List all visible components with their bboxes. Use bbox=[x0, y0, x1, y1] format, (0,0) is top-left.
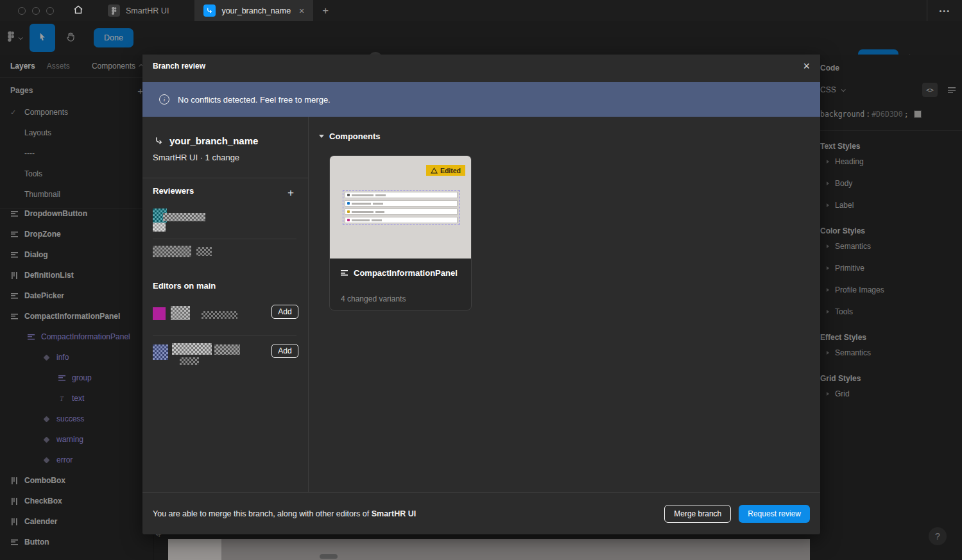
reviewer-name-redacted bbox=[153, 246, 191, 257]
divider bbox=[308, 117, 309, 492]
tab-label: SmartHR UI bbox=[126, 6, 169, 15]
request-review-button[interactable]: Request review bbox=[739, 505, 810, 523]
merge-permission-prefix: You are able to merge this branch, along… bbox=[153, 509, 372, 518]
variant-preview-row bbox=[345, 208, 458, 215]
figma-window: SmartHR UI your_branch_name × + ••• bbox=[0, 0, 962, 560]
reviewer-avatar-redacted bbox=[153, 223, 166, 232]
info-icon: i bbox=[159, 94, 169, 105]
branch-name: your_branch_name bbox=[169, 135, 258, 146]
edited-badge-label: Edited bbox=[440, 167, 461, 174]
variant-preview-row bbox=[345, 192, 458, 198]
component-name: CompactInformationPanel bbox=[354, 268, 458, 278]
close-icon[interactable]: × bbox=[803, 60, 810, 72]
divider bbox=[153, 239, 296, 239]
variant-preview-row bbox=[345, 217, 458, 223]
merge-branch-button[interactable]: Merge branch bbox=[664, 505, 731, 523]
editor-name-redacted bbox=[214, 344, 240, 355]
edited-badge: Edited bbox=[426, 165, 465, 176]
editor-name-redacted bbox=[180, 357, 199, 365]
component-thumbnail: Edited bbox=[330, 156, 471, 259]
add-editor-button[interactable]: Add bbox=[271, 305, 298, 319]
new-tab-button[interactable]: + bbox=[313, 4, 338, 17]
home-button[interactable] bbox=[69, 3, 87, 19]
disclosure-triangle-down-icon bbox=[319, 135, 324, 138]
modal-title: Branch review bbox=[153, 62, 205, 71]
branch-review-modal: Branch review × i No conflicts detected.… bbox=[142, 55, 820, 534]
editor-avatar bbox=[153, 307, 166, 320]
divider bbox=[153, 335, 296, 335]
component-change-count: 4 changed variants bbox=[341, 294, 406, 303]
changed-component-card[interactable]: Edited CompactInformationPanel 4 changed… bbox=[329, 155, 472, 310]
no-conflicts-banner: i No conflicts detected. Feel free to me… bbox=[142, 82, 820, 117]
add-reviewer-button[interactable]: + bbox=[288, 187, 294, 199]
banner-text: No conflicts detected. Feel free to merg… bbox=[178, 95, 331, 105]
reviewer-name-redacted bbox=[196, 247, 212, 256]
traffic-light-minimize-icon[interactable] bbox=[32, 7, 40, 15]
add-editor-button[interactable]: Add bbox=[271, 344, 298, 358]
home-icon bbox=[73, 5, 83, 17]
tab-smarthr-ui[interactable]: SmartHR UI bbox=[99, 0, 178, 21]
editor-name-redacted bbox=[172, 343, 212, 355]
figma-file-icon bbox=[108, 4, 120, 17]
tab-label: your_branch_name bbox=[221, 6, 291, 15]
branch-icon bbox=[203, 4, 216, 17]
editor-name-redacted bbox=[171, 306, 190, 320]
component-lines-icon bbox=[341, 270, 348, 276]
tab-your-branch-name[interactable]: your_branch_name × bbox=[194, 0, 313, 21]
modal-footer: You are able to merge this branch, along… bbox=[142, 492, 820, 534]
editors-on-main-header: Editors on main bbox=[153, 281, 216, 291]
reviewers-header: Reviewers bbox=[153, 186, 194, 196]
more-menu-icon[interactable]: ••• bbox=[927, 7, 962, 15]
variant-preview-stack bbox=[345, 192, 458, 223]
window-tab-bar: SmartHR UI your_branch_name × + ••• bbox=[0, 0, 962, 21]
components-section-toggle[interactable]: Components bbox=[319, 132, 380, 141]
branch-icon bbox=[154, 136, 164, 146]
variant-preview-row bbox=[345, 200, 458, 207]
traffic-lights bbox=[18, 7, 60, 15]
traffic-light-close-icon[interactable] bbox=[18, 7, 26, 15]
branch-meta: SmartHR UI · 1 change bbox=[153, 153, 239, 162]
components-header: Components bbox=[329, 132, 380, 141]
reviewer-name-redacted bbox=[163, 213, 205, 221]
editor-name-redacted bbox=[202, 311, 237, 319]
divider bbox=[142, 178, 308, 178]
warning-triangle-icon bbox=[431, 167, 438, 174]
tab-close-icon[interactable]: × bbox=[299, 6, 304, 16]
traffic-light-zoom-icon[interactable] bbox=[46, 7, 54, 15]
merge-permission-file-name: SmartHR UI bbox=[372, 509, 416, 518]
editor-avatar-redacted bbox=[153, 344, 168, 360]
merge-permission-text: You are able to merge this branch, along… bbox=[153, 509, 416, 518]
